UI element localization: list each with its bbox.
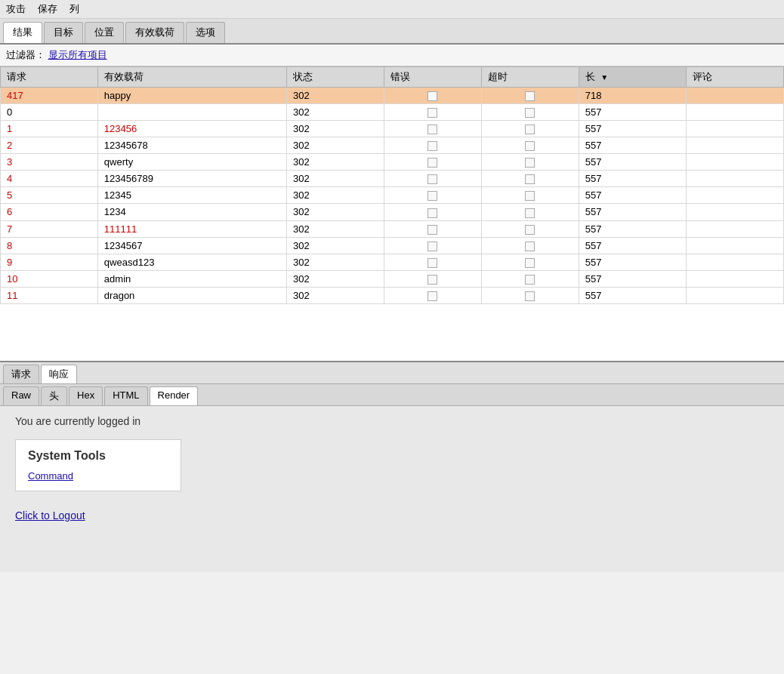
menu-save[interactable]: 保存 [38, 2, 57, 16]
table-body: 417happy30271803025571123456302557212345… [1, 88, 784, 304]
bottom-tab-bar: 请求 响应 [0, 361, 784, 384]
subtab-raw[interactable]: Raw [3, 386, 39, 405]
cell-error [384, 104, 481, 121]
cell-timeout [481, 121, 579, 137]
command-link[interactable]: Command [28, 470, 73, 482]
table-row[interactable]: 81234567302557 [1, 237, 784, 254]
col-header-request[interactable]: 请求 [1, 67, 98, 88]
cell-length: 557 [579, 270, 686, 287]
cell-error [384, 237, 481, 254]
table-row[interactable]: 512345302557 [1, 187, 784, 204]
col-header-length[interactable]: 长 ▼ [579, 67, 686, 88]
cell-comment [687, 137, 784, 154]
table-row[interactable]: 7111111302557 [1, 220, 784, 237]
cell-comment [687, 270, 784, 287]
cell-timeout [481, 270, 579, 287]
table-row[interactable]: 9qweasd123302557 [1, 254, 784, 270]
tab-payload[interactable]: 有效载荷 [125, 22, 184, 43]
sub-tab-bar: Raw 头 Hex HTML Render [0, 384, 784, 406]
cell-request: 11 [1, 287, 98, 303]
cell-request: 0 [1, 104, 98, 121]
cell-comment [687, 121, 784, 137]
menu-attack[interactable]: 攻击 [6, 2, 26, 16]
tab-results[interactable]: 结果 [3, 22, 42, 43]
timeout-checkbox [525, 275, 535, 285]
cell-error [384, 287, 481, 303]
cell-comment [687, 171, 784, 187]
cell-error [384, 204, 481, 220]
col-header-payload[interactable]: 有效载荷 [97, 67, 286, 88]
tab-request[interactable]: 请求 [3, 365, 39, 383]
table-row[interactable]: 417happy302718 [1, 88, 784, 104]
cell-length: 557 [579, 137, 686, 154]
cell-request: 7 [1, 220, 98, 237]
cell-payload [97, 104, 286, 121]
sort-arrow-icon: ▼ [600, 73, 608, 82]
timeout-checkbox [525, 291, 535, 301]
render-content: You are currently logged in System Tools… [15, 415, 769, 522]
table-row[interactable]: 10admin302557 [1, 270, 784, 287]
table-row[interactable]: 11dragon302557 [1, 287, 784, 303]
tab-position[interactable]: 位置 [85, 22, 124, 43]
cell-status: 302 [287, 137, 384, 154]
tab-target[interactable]: 目标 [44, 22, 83, 43]
subtab-hex[interactable]: Hex [69, 386, 103, 405]
cell-timeout [481, 254, 579, 270]
cell-comment [687, 187, 784, 204]
tab-options[interactable]: 选项 [186, 22, 225, 43]
cell-timeout [481, 287, 579, 303]
tab-response[interactable]: 响应 [41, 365, 77, 383]
error-checkbox [427, 242, 437, 251]
col-header-comment[interactable]: 评论 [687, 67, 784, 88]
cell-request: 1 [1, 121, 98, 137]
cell-payload: 12345678 [97, 137, 286, 154]
cell-error [384, 154, 481, 171]
error-checkbox [427, 225, 437, 235]
cell-timeout [481, 220, 579, 237]
error-checkbox [427, 275, 437, 285]
error-checkbox [427, 141, 437, 151]
cell-length: 557 [579, 254, 686, 270]
timeout-checkbox [525, 91, 535, 101]
cell-status: 302 [287, 104, 384, 121]
cell-payload: 12345 [97, 187, 286, 204]
cell-status: 302 [287, 220, 384, 237]
timeout-checkbox [525, 125, 535, 134]
timeout-checkbox [525, 158, 535, 168]
table-row[interactable]: 3qwerty302557 [1, 154, 784, 171]
error-checkbox [427, 191, 437, 201]
cell-error [384, 137, 481, 154]
table-row[interactable]: 212345678302557 [1, 137, 784, 154]
col-header-timeout[interactable]: 超时 [481, 67, 579, 88]
cell-status: 302 [287, 187, 384, 204]
filter-value[interactable]: 显示所有项目 [48, 49, 107, 60]
table-row[interactable]: 61234302557 [1, 204, 784, 220]
cell-request: 6 [1, 204, 98, 220]
col-header-error[interactable]: 错误 [384, 67, 481, 88]
cell-error [384, 88, 481, 104]
col-header-status[interactable]: 状态 [287, 67, 384, 88]
logout-link[interactable]: Click to Logout [15, 509, 769, 522]
subtab-render[interactable]: Render [150, 386, 199, 405]
cell-payload: 1234 [97, 204, 286, 220]
cell-comment [687, 204, 784, 220]
render-panel: You are currently logged in System Tools… [0, 406, 784, 572]
cell-payload: happy [97, 88, 286, 104]
table-row[interactable]: 0302557 [1, 104, 784, 121]
error-checkbox [427, 125, 437, 134]
subtab-html[interactable]: HTML [104, 386, 147, 405]
cell-timeout [481, 154, 579, 171]
menu-columns[interactable]: 列 [69, 2, 79, 16]
subtab-headers[interactable]: 头 [41, 386, 67, 405]
cell-payload: dragon [97, 287, 286, 303]
cell-length: 557 [579, 220, 686, 237]
cell-length: 557 [579, 171, 686, 187]
cell-timeout [481, 104, 579, 121]
cell-request: 9 [1, 254, 98, 270]
timeout-checkbox [525, 242, 535, 251]
table-row[interactable]: 4123456789302557 [1, 171, 784, 187]
table-row[interactable]: 1123456302557 [1, 121, 784, 137]
system-tools-box: System Tools Command [15, 439, 181, 491]
cell-payload: 111111 [97, 220, 286, 237]
cell-payload: 1234567 [97, 237, 286, 254]
